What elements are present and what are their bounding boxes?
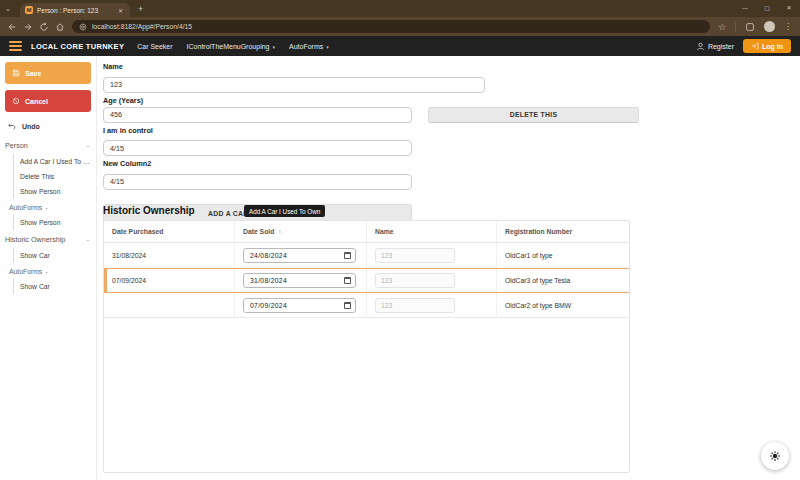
cell-registration: OldCar2 of type BMW [497,293,629,317]
main-content: Name Age (Years) DELETE THIS I am in con… [97,56,800,480]
chevron-down-icon: ▾ [326,44,329,50]
date-sold-input[interactable]: 31/08/2024 [243,273,356,288]
name-input-disabled [375,273,455,288]
collapse-icon: - [45,204,47,211]
collapse-icon: - [87,236,89,243]
save-button[interactable]: Save [5,62,91,84]
sidebar-item-show-person[interactable]: Show Person [14,184,96,199]
save-icon [12,69,20,77]
cell-date-sold: 07/09/2024 [235,293,367,317]
header-name[interactable]: Name [367,221,497,242]
undo-button[interactable]: Undo [8,122,91,130]
sidebar-group-autoforms-2[interactable]: AutoForms - [0,263,96,278]
maximize-button[interactable]: ▢ [756,0,778,17]
calendar-icon[interactable] [344,302,351,309]
tab-search-icon[interactable]: ⌄ [0,5,16,13]
sidebar-item-show-car-2[interactable]: Show Car [14,279,96,294]
forward-icon[interactable] [20,19,36,35]
sidebar-group-person[interactable]: Person - [0,136,96,153]
window-controls: — ▢ ✕ [734,0,800,17]
browser-tabstrip: ⌄ M Person : Person: 123 ✕ + — ▢ ✕ [0,0,800,17]
login-arrow-icon [751,42,759,50]
collapse-icon: - [87,142,89,149]
person-form: Name Age (Years) DELETE THIS I am in con… [103,62,793,223]
tab-title: Person : Person: 123 [37,7,112,14]
profile-avatar[interactable] [764,21,775,32]
sidebar-group-autoforms-2-items: Show Car [13,279,96,294]
table-row[interactable]: 31/08/2024 24/08/2024 OldCar1 of type [104,243,629,268]
sidebar-group-autoforms-1[interactable]: AutoForms - [0,199,96,214]
browser-tab[interactable]: M Person : Person: 123 ✕ [20,3,130,17]
table-row[interactable]: 07/09/2024 OldCar2 of type BMW [104,293,629,318]
sidebar-item-delete-this[interactable]: Delete This [14,169,96,184]
cell-registration: OldCar1 of type [497,243,629,268]
cancel-button[interactable]: Cancel [5,90,91,112]
cell-name [367,293,497,317]
page-body: Save Cancel Undo Person - Add A Car I Us… [0,56,800,480]
calendar-icon[interactable] [344,252,351,259]
sidebar-item-show-car[interactable]: Show Car [14,248,96,263]
historic-ownership-heading: Historic Ownership [103,205,195,216]
new-column2-field[interactable] [103,174,412,190]
name-input-disabled [375,248,455,263]
site-favicon: M [25,6,33,14]
header-date-purchased[interactable]: Date Purchased [104,221,235,242]
browser-toolbar: localhost:8182/App#/Person/4/15 ☆ ⋮ [0,17,800,36]
cell-date-purchased [104,293,235,317]
sort-asc-icon: ↑ [278,228,281,235]
cell-date-purchased: 31/08/2024 [104,243,235,268]
add-car-tooltip: Add A Car I Used To Own [244,205,325,217]
site-info-icon[interactable] [79,23,87,31]
menu-item-car-seeker[interactable]: Car Seeker [137,43,172,50]
side-panel-icon[interactable] [745,22,755,32]
tab-close-icon[interactable]: ✕ [116,7,125,14]
header-date-sold[interactable]: Date Sold ↑ [235,221,367,242]
settings-fab[interactable] [761,442,789,470]
browser-menu-icon[interactable]: ⋮ [784,22,792,31]
home-icon[interactable] [52,19,68,35]
gear-icon [769,450,781,462]
cell-name [367,243,497,268]
date-sold-input[interactable]: 07/09/2024 [243,298,356,313]
calendar-icon[interactable] [344,277,351,284]
cell-date-sold: 24/08/2024 [235,243,367,268]
name-input-disabled [375,298,455,313]
reload-icon[interactable] [36,19,52,35]
app-header: LOCAL CORE TURNKEY Car Seeker IControlTh… [0,36,800,56]
i-am-in-control-label: I am in control [103,126,793,135]
date-sold-input[interactable]: 24/08/2024 [243,248,356,263]
login-button[interactable]: Log in [743,39,791,53]
header-registration-number[interactable]: Registration Number [497,221,629,242]
table-header-row: Date Purchased Date Sold ↑ Name Registra… [104,221,629,243]
back-icon[interactable] [4,19,20,35]
bookmark-star-icon[interactable]: ☆ [718,22,726,32]
app-brand: LOCAL CORE TURNKEY [31,42,124,51]
cell-date-purchased: 07/09/2024 [104,269,235,292]
i-am-in-control-field[interactable] [103,140,412,156]
new-tab-button[interactable]: + [138,4,143,14]
collapse-icon: - [45,268,47,275]
age-field[interactable] [103,107,412,123]
sidebar-item-add-a-car[interactable]: Add A Car I Used To Own... [14,154,96,169]
address-bar[interactable]: localhost:8182/App#/Person/4/15 [72,20,710,33]
cell-date-sold: 31/08/2024 [235,269,367,292]
menu-item-icontrolthemenugrouping[interactable]: IControlTheMenuGrouping▾ [187,43,275,50]
toolbar-divider [735,22,736,32]
sidebar-group-person-items: Add A Car I Used To Own... Delete This S… [13,154,96,199]
sidebar-item-show-person-2[interactable]: Show Person [14,215,96,230]
register-link[interactable]: Register [696,42,734,51]
toolbar-actions: ☆ ⋮ [718,21,792,32]
minimize-button[interactable]: — [734,0,756,17]
undo-icon [8,122,17,130]
age-label: Age (Years) [103,96,793,105]
table-row-selected[interactable]: 07/09/2024 31/08/2024 OldCar3 of type Te… [104,268,629,293]
delete-this-button[interactable]: DELETE THIS [428,107,639,123]
menu-item-autoforms[interactable]: AutoForms▾ [289,43,329,50]
name-field[interactable] [103,77,485,93]
hamburger-menu-icon[interactable] [9,41,22,51]
chevron-down-icon: ▾ [272,44,275,50]
sidebar-group-historic-ownership[interactable]: Historic Ownership - [0,230,96,247]
new-column2-label: New Column2 [103,159,793,168]
close-button[interactable]: ✕ [778,0,800,17]
sidebar-group-autoforms-1-items: Show Person [13,215,96,230]
